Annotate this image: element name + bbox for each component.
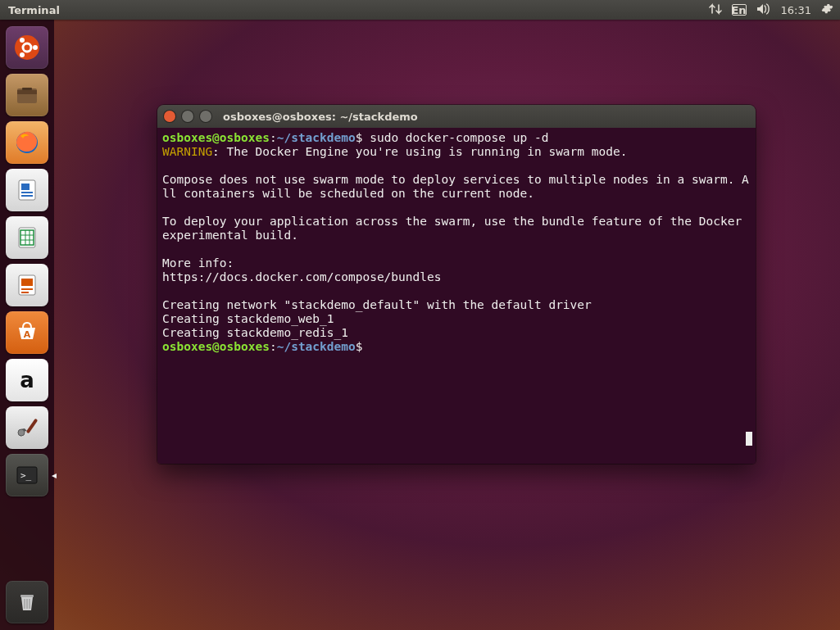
more-info-label: More info: <box>162 256 234 270</box>
gear-icon[interactable] <box>821 2 833 17</box>
clock[interactable]: 16:31 <box>781 4 811 16</box>
svg-rect-20 <box>21 279 33 286</box>
svg-rect-10 <box>21 184 30 190</box>
prompt2-user: osboxes@osboxes <box>162 340 270 353</box>
window-maximize-button[interactable] <box>200 111 211 122</box>
creating-0: Creating network "stackdemo_default" wit… <box>162 298 592 311</box>
term-body2: To deploy your application across the sw… <box>162 215 749 242</box>
terminal-titlebar[interactable]: osboxes@osboxes: ~/stackdemo <box>157 105 756 128</box>
warning-label: WARNING <box>162 145 212 158</box>
launcher-writer[interactable] <box>6 169 48 211</box>
active-app-name: Terminal <box>7 4 60 16</box>
launcher-trash[interactable] <box>6 581 48 623</box>
svg-point-2 <box>33 45 38 50</box>
svg-rect-7 <box>22 88 32 90</box>
launcher-firefox[interactable] <box>6 121 48 164</box>
window-close-button[interactable] <box>164 111 175 122</box>
svg-rect-12 <box>21 195 33 197</box>
top-menubar: Terminal En 16:31 <box>0 0 840 20</box>
svg-rect-24 <box>26 419 39 434</box>
svg-rect-28 <box>20 595 34 597</box>
prompt2-path: ~/stackdemo <box>277 340 356 353</box>
svg-point-3 <box>20 38 25 43</box>
svg-rect-11 <box>21 192 33 193</box>
launcher-terminal[interactable]: >_ <box>6 454 48 496</box>
launcher-dash[interactable] <box>6 26 48 69</box>
prompt-sep: : <box>270 131 277 144</box>
warning-text: : The Docker Engine you're using is runn… <box>212 145 627 158</box>
svg-text:>_: >_ <box>20 470 32 481</box>
svg-point-25 <box>18 429 25 436</box>
svg-rect-22 <box>21 292 29 293</box>
creating-1: Creating stackdemo_web_1 <box>162 312 334 325</box>
terminal-body[interactable]: osboxes@osboxes:~/stackdemo$ sudo docker… <box>157 128 756 464</box>
launcher-software[interactable]: A <box>6 311 48 354</box>
svg-rect-21 <box>21 288 33 290</box>
launcher-calc[interactable] <box>6 216 48 259</box>
launcher-impress[interactable] <box>6 264 48 306</box>
launcher-amazon[interactable]: a <box>6 359 48 401</box>
svg-rect-6 <box>17 90 37 94</box>
prompt-path: ~/stackdemo <box>277 131 356 144</box>
prompt2-sep: : <box>270 340 277 353</box>
creating-2: Creating stackdemo_redis_1 <box>162 326 348 339</box>
keyboard-layout-indicator[interactable]: En <box>732 4 747 16</box>
window-minimize-button[interactable] <box>182 111 193 122</box>
terminal-cursor <box>746 432 752 446</box>
term-body1: Compose does not use swarm mode to deplo… <box>162 173 749 200</box>
network-icon[interactable] <box>709 3 722 17</box>
amazon-icon: a <box>20 368 34 392</box>
unity-launcher: A a >_ <box>0 20 54 630</box>
sound-icon[interactable] <box>756 3 771 17</box>
launcher-files[interactable] <box>6 74 48 116</box>
svg-point-4 <box>20 52 25 57</box>
terminal-window: osboxes@osboxes: ~/stackdemo osboxes@osb… <box>157 105 756 464</box>
system-tray: En 16:31 <box>709 2 833 17</box>
launcher-settings[interactable] <box>6 406 48 449</box>
svg-text:A: A <box>24 329 31 340</box>
terminal-title: osboxes@osboxes: ~/stackdemo <box>223 111 418 123</box>
typed-command: sudo docker-compose up -d <box>370 131 548 144</box>
more-info-url: https://docs.docker.com/compose/bundles <box>162 270 441 283</box>
prompt-user: osboxes@osboxes <box>162 131 270 144</box>
